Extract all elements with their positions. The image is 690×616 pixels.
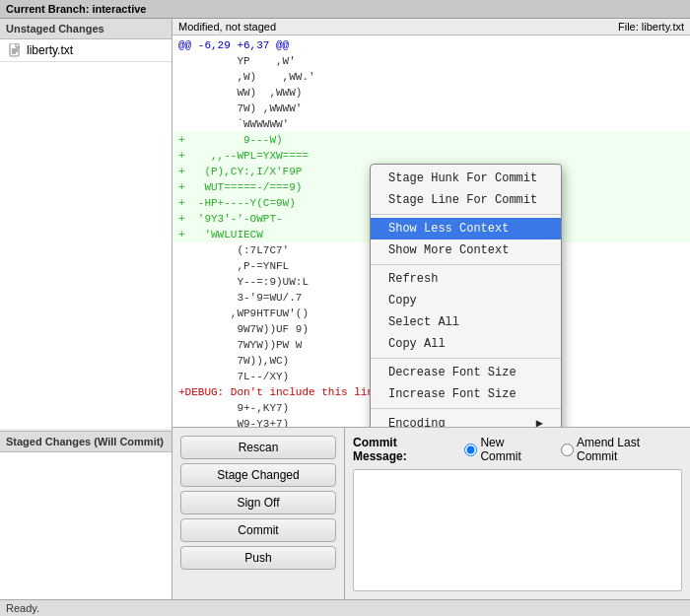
menu-divider bbox=[371, 408, 561, 409]
menu-item-inc-font[interactable]: Increase Font Size bbox=[371, 383, 561, 405]
diff-file-label: File: liberty.txt bbox=[618, 21, 684, 33]
submenu-arrow-icon: ▶ bbox=[536, 416, 543, 427]
radio-group: New Commit Amend Last Commit bbox=[464, 436, 682, 463]
sidebar: Unstaged Changes liberty.txt Staged Chan… bbox=[0, 19, 172, 599]
bottom-area: Rescan Stage Changed Sign Off Commit Pus… bbox=[172, 427, 690, 599]
diff-line: + 9---W) bbox=[172, 132, 690, 148]
unstaged-section-label: Unstaged Changes bbox=[0, 19, 172, 39]
sign-off-button[interactable]: Sign Off bbox=[180, 491, 336, 514]
radio-amend-commit-label: Amend Last Commit bbox=[577, 436, 682, 463]
menu-divider bbox=[371, 264, 561, 265]
commit-area: Commit Message: New Commit Amend Last Co… bbox=[345, 428, 690, 599]
radio-amend-commit[interactable]: Amend Last Commit bbox=[561, 436, 682, 463]
title-bar: Current Branch: interactive bbox=[0, 0, 690, 19]
diff-line: + ,,--WPL=YXW==== bbox=[172, 148, 690, 164]
commit-button[interactable]: Commit bbox=[180, 518, 336, 542]
staged-section-label: Staged Changes (Will Commit) bbox=[0, 431, 172, 452]
menu-divider bbox=[371, 358, 561, 359]
diff-line: 7W) ,WWWW' bbox=[172, 101, 690, 116]
menu-divider bbox=[371, 214, 561, 215]
file-icon bbox=[8, 43, 22, 57]
context-menu: Stage Hunk For Commit Stage Line For Com… bbox=[370, 164, 562, 427]
menu-item-show-more[interactable]: Show More Context bbox=[371, 240, 561, 261]
radio-new-commit-input[interactable] bbox=[464, 444, 477, 456]
diff-hunk-header: @@ -6,29 +6,37 @@ bbox=[172, 37, 690, 53]
menu-item-dec-font[interactable]: Decrease Font Size bbox=[371, 362, 561, 383]
sidebar-filename: liberty.txt bbox=[27, 43, 73, 57]
radio-new-commit[interactable]: New Commit bbox=[464, 436, 547, 463]
radio-new-commit-label: New Commit bbox=[480, 436, 547, 463]
bottom-buttons: Rescan Stage Changed Sign Off Commit Pus… bbox=[172, 428, 345, 599]
menu-item-select-all[interactable]: Select All bbox=[371, 311, 561, 333]
status-text: Ready. bbox=[6, 602, 39, 614]
current-branch-label: Current Branch: interactive bbox=[6, 3, 146, 15]
diff-line: YP ,W' bbox=[172, 53, 690, 69]
diff-line: WW) ,WWW) bbox=[172, 85, 690, 101]
commit-header: Commit Message: New Commit Amend Last Co… bbox=[353, 436, 682, 463]
svg-rect-0 bbox=[10, 43, 19, 56]
status-bar: Ready. bbox=[0, 599, 690, 616]
menu-item-refresh[interactable]: Refresh bbox=[371, 268, 561, 290]
commit-message-textarea[interactable] bbox=[353, 469, 682, 591]
diff-line: `WWWWWW' bbox=[172, 116, 690, 132]
diff-status-label: Modified, not staged bbox=[178, 21, 276, 33]
menu-item-show-less[interactable]: Show Less Context bbox=[371, 218, 561, 240]
diff-line: ,W) ,WW.' bbox=[172, 69, 690, 85]
menu-item-encoding[interactable]: Encoding ▶ bbox=[371, 412, 561, 427]
sidebar-file-item[interactable]: liberty.txt bbox=[0, 39, 172, 62]
commit-message-label: Commit Message: bbox=[353, 436, 452, 463]
diff-header: Modified, not staged File: liberty.txt bbox=[172, 19, 690, 35]
menu-item-copy-all[interactable]: Copy All bbox=[371, 333, 561, 355]
menu-item-stage-hunk[interactable]: Stage Hunk For Commit bbox=[371, 168, 561, 189]
content-area: Modified, not staged File: liberty.txt @… bbox=[172, 19, 690, 599]
radio-amend-commit-input[interactable] bbox=[561, 444, 574, 456]
stage-changed-button[interactable]: Stage Changed bbox=[180, 463, 336, 487]
rescan-button[interactable]: Rescan bbox=[180, 436, 336, 459]
menu-item-copy[interactable]: Copy bbox=[371, 290, 561, 311]
menu-item-stage-line[interactable]: Stage Line For Commit bbox=[371, 189, 561, 211]
push-button[interactable]: Push bbox=[180, 546, 336, 570]
diff-view[interactable]: @@ -6,29 +6,37 @@ YP ,W' ,W) ,WW.' WW) ,… bbox=[172, 35, 690, 427]
